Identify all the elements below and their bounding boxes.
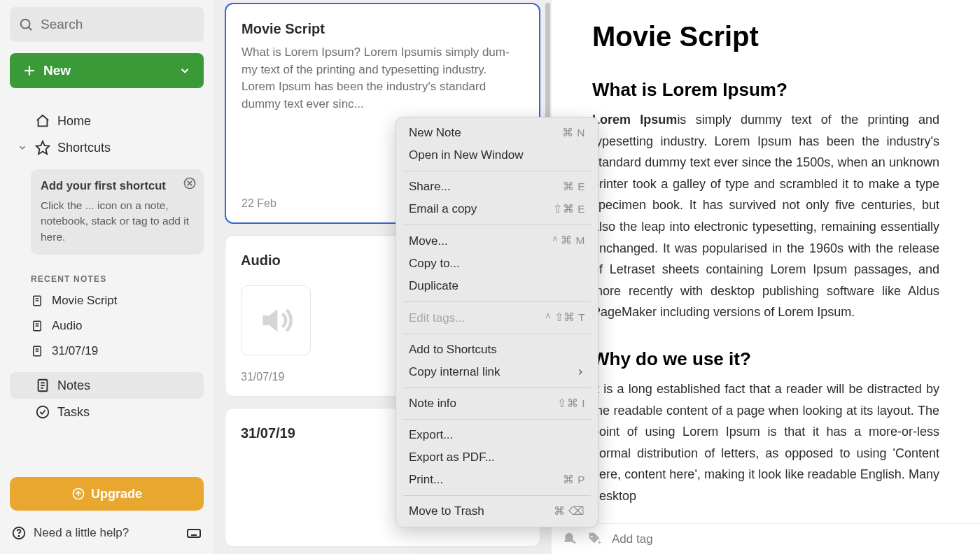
svg-point-0 xyxy=(21,20,30,29)
context-menu-shortcut: ⌘ P xyxy=(563,474,585,486)
help-link[interactable]: Need a little help? xyxy=(11,525,129,541)
context-menu-item[interactable]: Export... xyxy=(396,424,598,446)
new-button-label: New xyxy=(43,63,71,78)
svg-point-31 xyxy=(591,535,593,537)
svg-text:+: + xyxy=(573,539,577,546)
editor-paragraph-2[interactable]: It is a long established fact that a rea… xyxy=(592,378,939,507)
recent-note-label: 31/07/19 xyxy=(52,344,98,358)
upgrade-button[interactable]: Upgrade xyxy=(10,477,204,511)
context-menu-label: Email a copy xyxy=(409,202,477,216)
speaker-icon xyxy=(256,301,295,340)
editor-heading-2[interactable]: Why do we use it? xyxy=(592,348,939,370)
context-menu-label: New Note xyxy=(409,126,461,140)
svg-point-21 xyxy=(37,406,49,418)
tasks-icon xyxy=(35,404,50,420)
context-menu-label: Note info xyxy=(409,397,456,411)
keyboard-icon[interactable] xyxy=(186,525,202,541)
context-menu-label: Add to Shortcuts xyxy=(409,343,497,357)
svg-rect-25 xyxy=(188,530,200,537)
new-button[interactable]: New xyxy=(10,53,204,88)
nav-home[interactable]: Home xyxy=(10,108,204,134)
help-icon xyxy=(11,525,27,541)
search-icon xyxy=(18,17,34,32)
context-menu-item[interactable]: Copy internal link xyxy=(396,361,598,383)
context-menu-label: Move... xyxy=(409,234,448,248)
chevron-right-icon xyxy=(575,367,585,377)
star-icon xyxy=(35,140,50,155)
recent-note-0[interactable]: Movie Script xyxy=(10,288,204,313)
search-input[interactable]: Search xyxy=(10,7,204,42)
nav-shortcuts[interactable]: Shortcuts xyxy=(10,134,204,161)
recent-section-label: RECENT NOTES xyxy=(31,274,204,284)
context-menu-item: Edit tags...＾⇧⌘ T xyxy=(396,306,598,329)
nav-notes[interactable]: Notes xyxy=(10,372,204,399)
nav-notes-label: Notes xyxy=(57,378,90,393)
context-menu-label: Print... xyxy=(409,473,443,487)
context-menu-item[interactable]: Duplicate xyxy=(396,275,598,297)
editor-title[interactable]: Movie Script xyxy=(592,21,939,52)
recent-note-label: Audio xyxy=(52,319,82,333)
context-menu-item[interactable]: Share...⌘ E xyxy=(396,176,598,198)
context-menu-item[interactable]: Open in New Window xyxy=(396,144,598,166)
recent-note-1[interactable]: Audio xyxy=(10,313,204,339)
tag-input[interactable] xyxy=(612,532,970,546)
note-title: Movie Script xyxy=(241,21,524,37)
chevron-down-icon[interactable] xyxy=(17,143,28,152)
editor-text: is simply dummy text of the printing and… xyxy=(592,113,939,319)
context-menu-separator xyxy=(403,419,591,420)
shortcut-tip: Add your first shortcut Click the ... ic… xyxy=(31,169,204,255)
context-menu-shortcut: ＾⇧⌘ T xyxy=(542,311,585,325)
context-menu-separator xyxy=(403,171,591,171)
context-menu-label: Export as PDF... xyxy=(409,450,495,464)
svg-point-24 xyxy=(18,536,19,537)
context-menu-shortcut: ＾⌘ M xyxy=(550,234,585,248)
recent-note-2[interactable]: 31/07/19 xyxy=(10,339,204,364)
nav-tasks[interactable]: Tasks xyxy=(10,399,204,425)
context-menu-label: Copy internal link xyxy=(409,365,500,379)
context-menu-item[interactable]: New Note⌘ N xyxy=(396,122,598,144)
note-icon xyxy=(31,320,43,332)
context-menu-separator xyxy=(403,334,591,334)
context-menu-item[interactable]: Export as PDF... xyxy=(396,446,598,469)
context-menu-item[interactable]: Note info⇧⌘ I xyxy=(396,392,598,415)
context-menu-label: Share... xyxy=(409,180,451,194)
context-menu-item[interactable]: Move to Trash⌘ ⌫ xyxy=(396,500,598,523)
svg-marker-4 xyxy=(36,141,49,154)
reminder-icon[interactable]: + xyxy=(561,532,577,547)
nav-tasks-label: Tasks xyxy=(57,405,90,420)
context-menu-label: Move to Trash xyxy=(409,504,484,518)
context-menu-item[interactable]: Email a copy⇧⌘ E xyxy=(396,198,598,220)
audio-thumbnail xyxy=(241,285,311,355)
context-menu-shortcut: ⌘ E xyxy=(563,180,585,193)
home-icon xyxy=(35,113,50,129)
context-menu-label: Export... xyxy=(409,428,453,442)
context-menu-label: Duplicate xyxy=(409,279,458,293)
upgrade-label: Upgrade xyxy=(91,487,142,502)
context-menu-item[interactable]: Copy to... xyxy=(396,253,598,275)
note-preview: What is Lorem Ipsum? Lorem Ipsumis simpl… xyxy=(241,44,524,113)
context-menu-shortcut: ⇧⌘ I xyxy=(557,397,585,410)
context-menu-shortcut: ⌘ N xyxy=(562,127,585,139)
context-menu-separator xyxy=(403,301,591,302)
nav-home-label: Home xyxy=(57,114,91,129)
tag-icon[interactable]: + xyxy=(587,532,602,547)
scrollbar-thumb[interactable] xyxy=(545,3,550,129)
nav-list: Home Shortcuts xyxy=(10,108,204,161)
recent-note-label: Movie Script xyxy=(52,294,118,308)
notes-icon xyxy=(35,378,50,393)
shortcut-tip-body: Click the ... icon on a note, notebook, … xyxy=(41,198,194,245)
context-menu-separator xyxy=(403,388,591,388)
editor-paragraph-1[interactable]: Lorem Ipsumis simply dummy text of the p… xyxy=(592,109,939,323)
close-icon[interactable] xyxy=(183,176,197,190)
editor-heading-1[interactable]: What is Lorem Ipsum? xyxy=(592,79,939,101)
context-menu-item[interactable]: Print...⌘ P xyxy=(396,469,598,491)
context-menu-separator xyxy=(403,225,591,225)
chevron-down-icon[interactable] xyxy=(178,64,191,77)
context-menu: New Note⌘ NOpen in New WindowShare...⌘ E… xyxy=(396,117,598,527)
plus-icon xyxy=(22,64,36,78)
nav-shortcuts-label: Shortcuts xyxy=(57,141,111,155)
editor-strong: Lorem Ipsum xyxy=(592,113,677,127)
note-icon xyxy=(31,345,43,357)
context-menu-item[interactable]: Add to Shortcuts xyxy=(396,339,598,361)
context-menu-item[interactable]: Move...＾⌘ M xyxy=(396,229,598,253)
